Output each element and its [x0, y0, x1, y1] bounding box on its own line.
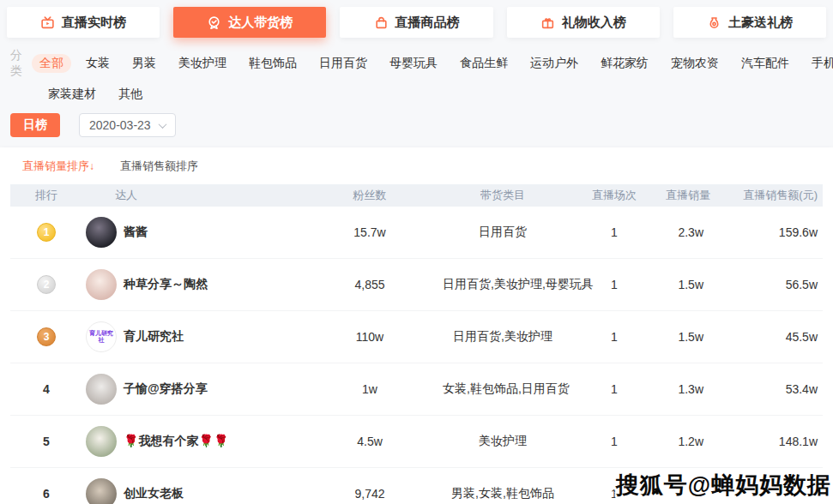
shopping-bag-icon: [374, 15, 389, 30]
daily-rank-button[interactable]: 日榜: [10, 113, 60, 137]
sales-volume: 1.3w: [666, 382, 743, 396]
sort-by-sales-volume[interactable]: 直播销量排序↓: [22, 159, 94, 174]
sessions: 1: [563, 435, 666, 448]
header-rank: 排行: [10, 188, 82, 203]
badge-check-icon: [207, 15, 221, 30]
date-picker[interactable]: 2020-03-23: [79, 113, 176, 137]
tab-live-realtime-rank[interactable]: 直播实时榜: [7, 7, 160, 38]
header-sales-volume: 直播销量: [666, 188, 743, 203]
sort-down-arrow-icon: ↓: [89, 160, 94, 172]
sessions: 1: [563, 382, 666, 396]
category-item[interactable]: 食品生鲜: [460, 56, 508, 71]
talent-name[interactable]: 创业女老板: [124, 486, 184, 501]
category-item[interactable]: 鞋包饰品: [249, 56, 297, 71]
table-row[interactable]: 3 育儿研究社 育儿研究社 110w 日用百货,美妆护理 1 1.5w 45.5…: [10, 311, 823, 363]
sessions: 1: [563, 278, 666, 291]
table-row[interactable]: 5 🌹我想有个家🌹🌹 4.5w 美妆护理 1 1.2w 148.1w: [10, 416, 823, 468]
top-tab-bar: 直播实时榜 达人带货榜 直播商品榜 礼物收入榜 土豪送礼榜: [0, 0, 833, 38]
talent-name[interactable]: 酱酱: [124, 225, 148, 240]
rank-number: 6: [43, 487, 50, 501]
tab-rich-gifter-rank[interactable]: 土豪送礼榜: [673, 7, 826, 38]
header-sales-amount: 直播销售额(元): [743, 188, 823, 203]
sales-amount: 148.1w: [743, 435, 823, 448]
sales-volume: 1.5w: [666, 278, 743, 291]
money-bag-icon: [707, 15, 721, 30]
sales-amount: 56.5w: [743, 278, 823, 291]
table-header: 排行 达人 粉丝数 带货类目 直播场次 直播销量 直播销售额(元): [10, 184, 823, 207]
tab-talent-sales-rank[interactable]: 达人带货榜: [173, 7, 326, 38]
table-row[interactable]: 1 酱酱 15.7w 日用百货 1 2.3w 159.6w: [10, 207, 823, 259]
category-item-all[interactable]: 全部: [32, 54, 71, 73]
tab-label: 直播实时榜: [62, 15, 126, 31]
talent-name[interactable]: 种草分享～陶然: [124, 277, 208, 292]
category-item[interactable]: 日用百货: [319, 56, 367, 71]
bronze-medal-icon: 3: [37, 327, 56, 346]
avatar[interactable]: 育儿研究社: [86, 321, 117, 352]
talent-name[interactable]: 🌹我想有个家🌹🌹: [124, 434, 228, 449]
category-item[interactable]: 美妆护理: [178, 56, 226, 71]
header-fans: 粉丝数: [297, 188, 443, 203]
date-value: 2020-03-23: [89, 118, 151, 132]
fans-count: 9,742: [297, 487, 443, 501]
talent-ranking-page: 直播实时榜 达人带货榜 直播商品榜 礼物收入榜 土豪送礼榜: [0, 0, 833, 504]
category-label: 分类: [10, 48, 22, 79]
avatar[interactable]: [86, 269, 117, 300]
sales-amount: 53.4w: [743, 382, 823, 396]
header-sessions: 直播场次: [563, 188, 666, 203]
category-item[interactable]: 运动户外: [530, 56, 578, 71]
sessions: 1: [563, 225, 666, 239]
ranking-table-card: 直播销量排序↓ 直播销售额排序 排行 达人 粉丝数 带货类目 直播场次 直播销量…: [0, 147, 833, 504]
sales-volume: 2.3w: [666, 225, 743, 239]
fans-count: 4,855: [297, 278, 443, 291]
fans-count: 15.7w: [297, 225, 443, 239]
avatar[interactable]: [86, 217, 117, 248]
watermark-sohu-chanmama: 搜狐号@蝉妈妈数据: [616, 470, 831, 501]
rank-number: 5: [43, 435, 50, 448]
sales-amount: 159.6w: [743, 225, 823, 239]
talent-name[interactable]: 育儿研究社: [124, 329, 184, 345]
avatar[interactable]: [86, 374, 117, 405]
live-tv-icon: [40, 15, 55, 30]
category-item[interactable]: 母婴玩具: [389, 56, 438, 71]
category-item[interactable]: 鲜花家纺: [601, 56, 649, 71]
sort-by-sales-amount[interactable]: 直播销售额排序: [120, 159, 198, 174]
sessions: 1: [563, 330, 666, 344]
avatar[interactable]: [86, 478, 117, 504]
categories: 日用百货,美妆护理: [443, 329, 563, 345]
avatar[interactable]: [86, 426, 117, 457]
category-item[interactable]: 家装建材: [48, 87, 96, 102]
tab-live-goods-rank[interactable]: 直播商品榜: [340, 7, 492, 38]
sort-bar: 直播销量排序↓ 直播销售额排序: [10, 147, 823, 184]
category-item[interactable]: 宠物农资: [671, 56, 719, 71]
category-item[interactable]: 汽车配件: [741, 56, 789, 71]
table-row[interactable]: 2 种草分享～陶然 4,855 日用百货,美妆护理,母婴玩具 1 1.5w 56…: [10, 259, 823, 311]
category-item[interactable]: 手机数码: [812, 56, 833, 71]
sales-volume: 1.5w: [666, 330, 743, 344]
fans-count: 1w: [297, 382, 443, 396]
fans-count: 4.5w: [297, 435, 443, 448]
tab-label: 达人带货榜: [228, 15, 293, 31]
categories: 美妆护理: [443, 434, 563, 449]
tab-label: 礼物收入榜: [562, 15, 626, 31]
chevron-down-icon: [158, 120, 166, 129]
sales-amount: 45.5w: [743, 330, 823, 344]
tab-gift-income-rank[interactable]: 礼物收入榜: [507, 7, 660, 38]
category-item[interactable]: 男装: [132, 56, 156, 71]
header-categories: 带货类目: [443, 188, 563, 203]
categories: 女装,鞋包饰品,日用百货: [443, 381, 563, 397]
table-row[interactable]: 4 子愉@穿搭分享 1w 女装,鞋包饰品,日用百货 1 1.3w 53.4w: [10, 363, 823, 416]
category-line-1: 分类 全部 女装 男装 美妆护理 鞋包饰品 日用百货 母婴玩具 食品生鲜 运动户…: [10, 48, 823, 79]
header-talent: 达人: [82, 188, 297, 203]
categories: 男装,女装,鞋包饰品: [443, 486, 563, 501]
gold-medal-icon: 1: [37, 223, 56, 242]
categories: 日用百货,美妆护理,母婴玩具: [443, 277, 563, 292]
fans-count: 110w: [297, 330, 443, 344]
tab-label: 土豪送礼榜: [728, 15, 793, 31]
rank-number: 4: [43, 382, 50, 396]
silver-medal-icon: 2: [37, 275, 56, 294]
category-item[interactable]: 女装: [86, 56, 110, 71]
category-filter: 分类 全部 女装 男装 美妆护理 鞋包饰品 日用百货 母婴玩具 食品生鲜 运动户…: [0, 38, 833, 102]
talent-name[interactable]: 子愉@穿搭分享: [124, 381, 208, 397]
category-item[interactable]: 其他: [118, 87, 142, 102]
categories: 日用百货: [443, 225, 563, 240]
